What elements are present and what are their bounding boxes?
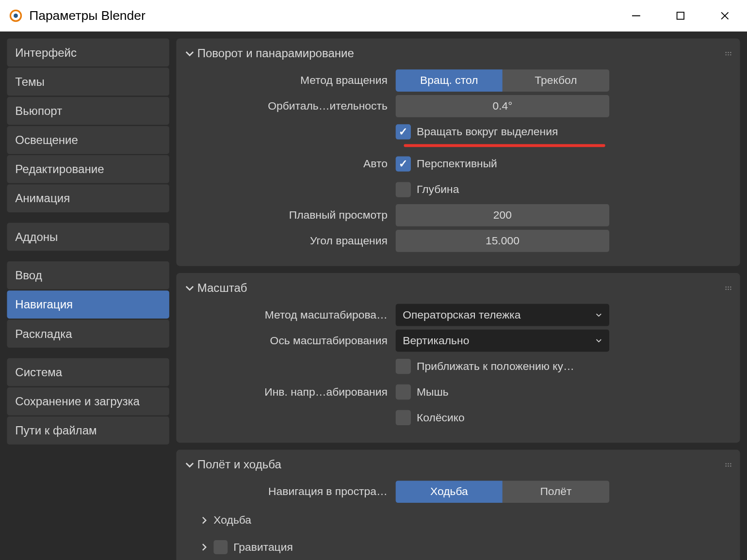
sidebar-item[interactable]: Редактирование	[7, 155, 169, 183]
orbit-sensitivity-value[interactable]: 0.4°	[396, 95, 609, 117]
panel-title: Масштаб	[197, 281, 247, 295]
sidebar: ИнтерфейсТемыВьюпортОсвещениеРедактирова…	[0, 32, 176, 560]
blender-icon	[9, 9, 22, 22]
sidebar-item[interactable]: Сохранение и загрузка	[7, 387, 169, 416]
walk-subsection-label[interactable]: Ходьба	[213, 514, 251, 527]
sidebar-item[interactable]: Ввод	[7, 261, 169, 289]
chevron-down-icon[interactable]	[184, 459, 195, 470]
fly-walk-panel: Полёт и ходьба Навигация в простра… Ходь…	[176, 450, 740, 560]
orbit-method-label: Метод вращения	[184, 74, 396, 87]
orbit-method-trackball[interactable]: Трекбол	[503, 69, 609, 92]
drag-grip-icon[interactable]	[725, 462, 731, 467]
sidebar-item[interactable]: Навигация	[7, 290, 169, 319]
zoom-axis-value: Вертикально	[403, 334, 469, 347]
chevron-down-icon[interactable]	[184, 283, 195, 293]
svg-rect-3	[677, 12, 684, 19]
chevron-down-icon	[595, 311, 602, 318]
main-panel: Поворот и панарамирование Метод вращения…	[176, 32, 747, 560]
gravity-checkbox[interactable]	[213, 540, 227, 554]
zoom-to-mouse-checkbox[interactable]	[396, 359, 411, 374]
orbit-sensitivity-label: Орбиталь…ительность	[184, 100, 396, 112]
highlight-underline	[404, 144, 605, 147]
sidebar-item[interactable]: Вьюпорт	[7, 97, 169, 125]
invert-mouse-checkbox[interactable]	[396, 384, 411, 400]
invert-mouse-label: Мышь	[417, 385, 449, 398]
maximize-button[interactable]	[658, 0, 702, 32]
invert-wheel-checkbox[interactable]	[396, 410, 411, 425]
auto-perspective-label: Перспективный	[417, 158, 497, 170]
zoom-axis-label: Ось масштабирования	[184, 334, 396, 347]
titlebar: Параметры Blender	[0, 0, 747, 32]
sidebar-item[interactable]: Раскладка	[7, 320, 169, 348]
auto-perspective-checkbox[interactable]	[396, 156, 411, 171]
sidebar-item[interactable]: Система	[7, 358, 169, 386]
sidebar-item[interactable]: Интерфейс	[7, 38, 169, 66]
sidebar-item[interactable]: Анимация	[7, 184, 169, 212]
chevron-down-icon[interactable]	[184, 48, 195, 59]
auto-label: Авто	[184, 158, 396, 170]
rotation-angle-label: Угол вращения	[184, 235, 396, 247]
orbit-pan-panel: Поворот и панарамирование Метод вращения…	[176, 38, 740, 266]
zoom-method-select[interactable]: Операторская тележка	[396, 304, 609, 326]
smooth-view-value[interactable]: 200	[396, 204, 609, 226]
gravity-label: Гравитация	[233, 541, 293, 553]
invert-direction-label: Инв. напр…абирования	[184, 385, 396, 398]
window-title: Параметры Blender	[29, 8, 146, 23]
navigation-fly[interactable]: Полёт	[503, 480, 609, 503]
minimize-button[interactable]	[614, 0, 658, 32]
zoom-to-mouse-label: Приближать к положению ку…	[417, 360, 574, 372]
panel-title: Поворот и панарамирование	[197, 47, 354, 60]
orbit-around-selection-checkbox[interactable]	[396, 124, 411, 139]
drag-grip-icon[interactable]	[725, 51, 731, 56]
zoom-axis-select[interactable]: Вертикально	[396, 330, 609, 352]
view-navigation-label: Навигация в простра…	[184, 485, 396, 498]
zoom-method-value: Операторская тележка	[403, 308, 520, 321]
sidebar-item[interactable]: Пути к файлам	[7, 416, 169, 445]
orbit-around-selection-label: Вращать вокруг выделения	[417, 126, 558, 138]
chevron-right-icon[interactable]	[199, 543, 209, 552]
navigation-walk[interactable]: Ходьба	[396, 480, 503, 503]
zoom-panel: Масштаб Метод масштабирова… Операторская…	[176, 273, 740, 443]
close-button[interactable]	[703, 0, 747, 32]
chevron-right-icon[interactable]	[199, 516, 209, 525]
content-area: ИнтерфейсТемыВьюпортОсвещениеРедактирова…	[0, 32, 747, 560]
auto-depth-checkbox[interactable]	[396, 182, 411, 197]
panel-title: Полёт и ходьба	[197, 458, 281, 471]
drag-grip-icon[interactable]	[725, 286, 731, 290]
invert-wheel-label: Колёсико	[417, 411, 465, 424]
sidebar-item[interactable]: Освещение	[7, 126, 169, 154]
svg-point-1	[14, 14, 18, 18]
smooth-view-label: Плавный просмотр	[184, 209, 396, 222]
sidebar-item[interactable]: Аддоны	[7, 223, 169, 251]
rotation-angle-value[interactable]: 15.000	[396, 230, 609, 252]
chevron-down-icon	[595, 337, 602, 344]
orbit-method-turntable[interactable]: Вращ. стол	[396, 69, 503, 92]
zoom-method-label: Метод масштабирова…	[184, 308, 396, 321]
preferences-window: Параметры Blender ИнтерфейсТемыВьюпортОс…	[0, 0, 747, 560]
auto-depth-label: Глубина	[417, 183, 459, 196]
sidebar-item[interactable]: Темы	[7, 68, 169, 96]
